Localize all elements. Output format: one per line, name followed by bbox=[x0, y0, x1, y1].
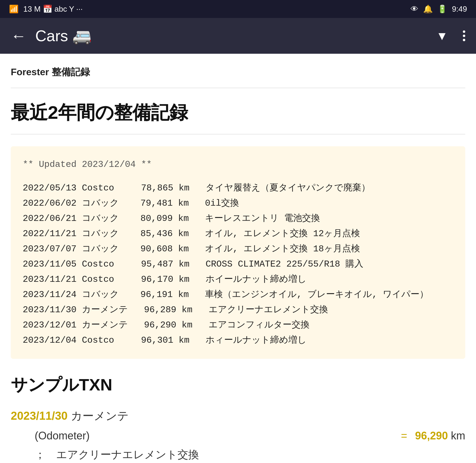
page-content: Forester 整備記録 最近2年間の整備記録 ** Updated 2023… bbox=[0, 54, 476, 463]
txn-shop: カーメンテ bbox=[71, 410, 129, 422]
log-entry: 2023/11/30 カーメンテ 96,289 km エアクリーナエレメント交換 bbox=[23, 302, 453, 318]
txn-date: 2023/11/30 bbox=[11, 410, 68, 422]
bell-icon: 🔔 bbox=[423, 4, 433, 14]
eq-sign: = bbox=[401, 430, 407, 442]
odometer-unit: km bbox=[451, 430, 465, 442]
txn-odometer-row: (Odometer) = 96,290 km bbox=[11, 430, 465, 442]
log-entry: 2022/11/21 コバック 85,436 km オイル, エレメント交換 1… bbox=[23, 226, 453, 242]
forester-subtitle: Forester 整備記録 bbox=[11, 66, 465, 79]
dot-2 bbox=[463, 35, 465, 37]
divider-2 bbox=[11, 134, 465, 134]
main-section-title: 最近2年間の整備記録 bbox=[11, 100, 465, 125]
back-button[interactable]: ← bbox=[11, 27, 26, 45]
log-entry: 2023/07/07 コバック 90,608 km オイル, エレメント交換 1… bbox=[23, 242, 453, 257]
log-entry: 2022/06/21 コバック 80,099 km キーレスエントリ 電池交換 bbox=[23, 211, 453, 226]
maintenance-log-box: ** Updated 2023/12/04 ** 2022/05/13 Cost… bbox=[11, 146, 465, 359]
nav-title: Cars 🚐 bbox=[35, 27, 427, 45]
txn-odometer-value-row: (Odometer) = 96,290 km bbox=[35, 430, 465, 442]
txn-date-line: 2023/11/30 カーメンテ bbox=[11, 408, 465, 424]
status-right: 👁 🔔 🔋 9:49 bbox=[411, 4, 467, 14]
wifi-icon: 📶 bbox=[9, 4, 19, 14]
status-left: 📶 13 M 📅 abc Y ··· bbox=[9, 4, 83, 14]
txn-title: サンプルTXN bbox=[11, 374, 465, 396]
log-entry: 2023/11/05 Costco 95,487 km CROSS CLIMAT… bbox=[23, 257, 453, 272]
filter-icon[interactable]: ▼ bbox=[436, 29, 448, 43]
log-entries: 2022/05/13 Costco 78,865 km タイヤ履替え（夏タイヤパ… bbox=[23, 181, 453, 348]
odometer-label: (Odometer) bbox=[35, 430, 90, 442]
log-entry: 2023/12/04 Costco 96,301 km ホィールナット締め増し bbox=[23, 333, 453, 348]
txn-work-detail: ； エアクリーナエレメント交換 bbox=[11, 447, 465, 462]
time-display: 9:49 bbox=[452, 4, 467, 14]
status-badges: 13 M 📅 abc Y ··· bbox=[23, 4, 83, 14]
nav-bar: ← Cars 🚐 ▼ bbox=[0, 18, 476, 54]
battery-icon: 🔋 bbox=[437, 4, 447, 14]
divider-1 bbox=[11, 88, 465, 88]
odometer-eq-value: = 96,290 km bbox=[401, 430, 465, 442]
log-entry: 2022/06/02 コバック 79,481 km 0il交換 bbox=[23, 196, 453, 211]
log-entry: 2023/12/01 カーメンテ 96,290 km エアコンフィルター交換 bbox=[23, 318, 453, 333]
eye-icon: 👁 bbox=[411, 4, 418, 14]
more-menu-button[interactable] bbox=[463, 30, 465, 41]
log-entry: 2023/11/24 コバック 96,191 km 車検（エンジンオイル, ブレ… bbox=[23, 287, 453, 302]
dot-3 bbox=[463, 39, 465, 41]
log-updated: ** Updated 2023/12/04 ** bbox=[23, 157, 453, 172]
log-entry: 2023/11/21 Costco 96,170 km ホイールナット締め増し bbox=[23, 272, 453, 287]
log-entry: 2022/05/13 Costco 78,865 km タイヤ履替え（夏タイヤパ… bbox=[23, 181, 453, 196]
status-bar: 📶 13 M 📅 abc Y ··· 👁 🔔 🔋 9:49 bbox=[0, 0, 476, 18]
dot-1 bbox=[463, 30, 465, 33]
odometer-number: 96,290 bbox=[415, 430, 448, 442]
